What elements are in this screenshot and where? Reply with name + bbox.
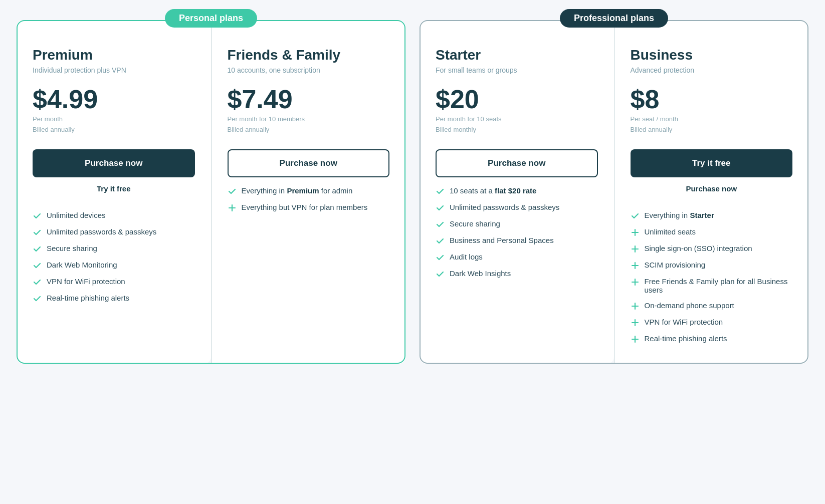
plus-icon [631, 318, 640, 327]
list-item: Single sign-on (SSO) integration [631, 244, 793, 254]
feature-text: Dark Web Insights [450, 269, 511, 278]
check-icon [33, 294, 42, 303]
list-item: VPN for WiFi protection [33, 277, 195, 287]
feature-text: Unlimited seats [645, 227, 696, 236]
features-list-business: Everything in StarterUnlimited seatsSing… [631, 211, 793, 344]
list-item: Unlimited passwords & passkeys [436, 203, 598, 212]
plus-icon [631, 278, 640, 287]
check-icon [436, 187, 445, 196]
list-item: Unlimited devices [33, 211, 195, 220]
plan-secondary-btn-business[interactable]: Purchase now [631, 182, 793, 195]
feature-text: Single sign-on (SSO) integration [645, 244, 752, 253]
plan-price-starter: $20 [436, 86, 598, 112]
list-item: Unlimited passwords & passkeys [33, 227, 195, 237]
plan-secondary-btn-premium[interactable]: Try it free [33, 182, 195, 195]
plan-group-professional: Professional plansStarterFor small teams… [420, 20, 808, 364]
feature-text: Everything in Starter [645, 211, 714, 219]
feature-text: Everything but VPN for plan members [242, 203, 368, 211]
feature-text: Unlimited passwords & passkeys [450, 203, 559, 211]
list-item: Audit logs [436, 253, 598, 262]
list-item: On-demand phone support [631, 301, 793, 311]
professional-label: Professional plans [560, 9, 668, 28]
check-icon [33, 228, 42, 237]
list-item: Business and Personal Spaces [436, 236, 598, 245]
plan-billing-business: Per seat / monthBilled annually [631, 114, 793, 135]
plan-billing-starter: Per month for 10 seatsBilled monthly [436, 114, 598, 135]
features-list-premium: Unlimited devicesUnlimited passwords & p… [33, 211, 195, 303]
check-icon [33, 261, 42, 270]
check-icon [228, 187, 237, 196]
plan-name-business: Business [631, 47, 793, 63]
plan-tagline-starter: For small teams or groups [436, 66, 598, 74]
plan-tagline-friends-family: 10 accounts, one subscription [228, 66, 390, 74]
plan-primary-btn-business[interactable]: Try it free [631, 149, 793, 177]
plan-primary-btn-friends-family[interactable]: Purchase now [228, 149, 390, 177]
feature-text: Everything in Premium for admin [242, 186, 353, 195]
check-icon [33, 211, 42, 220]
features-list-starter: 10 seats at a flat $20 rateUnlimited pas… [436, 186, 598, 279]
plus-icon [631, 302, 640, 311]
plus-icon [631, 228, 640, 237]
list-item: VPN for WiFi protection [631, 318, 793, 327]
plus-icon [631, 261, 640, 270]
check-icon [436, 203, 445, 212]
check-icon [33, 278, 42, 287]
check-icon [436, 253, 445, 262]
feature-text: Secure sharing [47, 244, 97, 253]
list-item: Everything in Premium for admin [228, 186, 390, 196]
plan-name-starter: Starter [436, 47, 598, 63]
plus-icon [631, 335, 640, 344]
plan-group-personal: Personal plansPremiumIndividual protecti… [17, 20, 405, 364]
plan-primary-btn-premium[interactable]: Purchase now [33, 149, 195, 177]
list-item: Real-time phishing alerts [631, 334, 793, 344]
check-icon [33, 244, 42, 254]
feature-text: Real-time phishing alerts [47, 294, 129, 302]
plans-wrapper: Personal plansPremiumIndividual protecti… [17, 20, 808, 364]
plan-billing-friends-family: Per month for 10 membersBilled annually [228, 114, 390, 135]
plan-primary-btn-starter[interactable]: Purchase now [436, 149, 598, 177]
list-item: Dark Web Insights [436, 269, 598, 279]
list-item: Dark Web Monitoring [33, 261, 195, 270]
plan-billing-premium: Per monthBilled annually [33, 114, 195, 135]
list-item: 10 seats at a flat $20 rate [436, 186, 598, 196]
feature-text: Unlimited passwords & passkeys [47, 227, 156, 236]
plan-name-friends-family: Friends & Family [228, 47, 390, 63]
list-item: Free Friends & Family plan for all Busin… [631, 277, 793, 294]
plan-name-premium: Premium [33, 47, 195, 63]
plan-card-starter: StarterFor small teams or groups$20Per m… [420, 20, 614, 364]
feature-text: Real-time phishing alerts [645, 334, 727, 343]
plus-icon [228, 203, 237, 212]
list-item: Secure sharing [33, 244, 195, 254]
list-item: Unlimited seats [631, 227, 793, 237]
features-list-friends-family: Everything in Premium for adminEverythin… [228, 186, 390, 212]
plan-card-premium: PremiumIndividual protection plus VPN$4.… [17, 20, 211, 364]
personal-label: Personal plans [165, 9, 257, 28]
feature-text: VPN for WiFi protection [47, 277, 125, 286]
check-icon [436, 220, 445, 229]
plan-price-friends-family: $7.49 [228, 86, 390, 112]
plan-tagline-business: Advanced protection [631, 66, 793, 74]
plan-card-friends-family: Friends & Family10 accounts, one subscri… [212, 20, 406, 364]
plan-price-premium: $4.99 [33, 86, 195, 112]
feature-text: Dark Web Monitoring [47, 261, 117, 269]
plan-tagline-premium: Individual protection plus VPN [33, 66, 195, 74]
list-item: SCIM provisioning [631, 261, 793, 270]
feature-text: VPN for WiFi protection [645, 318, 723, 326]
plus-icon [631, 244, 640, 254]
feature-text: Free Friends & Family plan for all Busin… [645, 277, 793, 294]
plan-card-business: BusinessAdvanced protection$8Per seat / … [614, 20, 809, 364]
list-item: Everything but VPN for plan members [228, 203, 390, 212]
check-icon [631, 211, 640, 220]
feature-text: 10 seats at a flat $20 rate [450, 186, 536, 195]
plan-price-business: $8 [631, 86, 793, 112]
feature-text: On-demand phone support [645, 301, 734, 310]
feature-text: SCIM provisioning [645, 261, 706, 269]
feature-text: Unlimited devices [47, 211, 106, 219]
feature-text: Audit logs [450, 253, 483, 261]
feature-text: Secure sharing [450, 219, 500, 228]
check-icon [436, 270, 445, 279]
feature-text: Business and Personal Spaces [450, 236, 554, 244]
list-item: Real-time phishing alerts [33, 294, 195, 303]
check-icon [436, 236, 445, 245]
list-item: Everything in Starter [631, 211, 793, 220]
